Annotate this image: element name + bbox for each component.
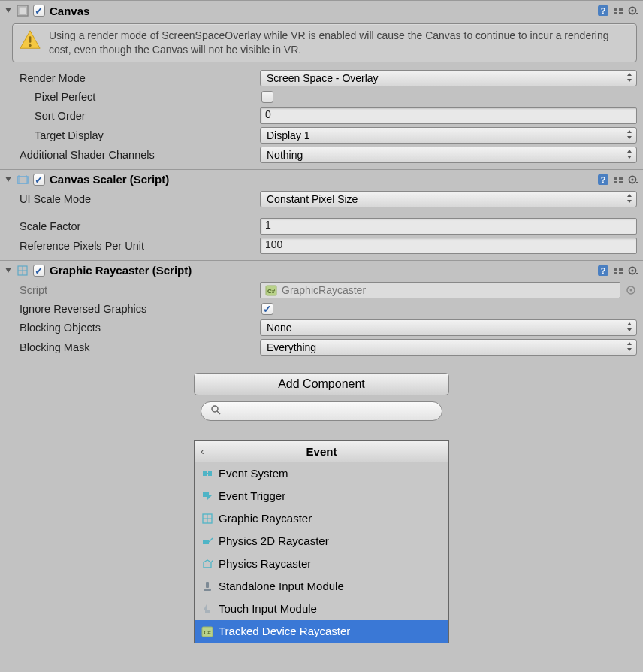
svg-line-58 (217, 411, 220, 414)
blocking-mask-label: Blocking Mask (20, 341, 260, 353)
svg-marker-56 (627, 348, 632, 351)
chevron-updown-icon (626, 341, 632, 353)
pixel-perfect-label: Pixel Perfect (35, 91, 260, 103)
graphic-raycaster-component: ✓ Graphic Raycaster (Script) ? Script C#… (0, 260, 643, 362)
ui-scale-mode-label: UI Scale Mode (20, 193, 260, 205)
svg-rect-7 (614, 12, 617, 14)
ref-pixels-input[interactable]: 100 (260, 238, 637, 254)
ignore-reversed-checkbox[interactable]: ✓ (261, 303, 273, 315)
shader-channels-label: Additional Shader Channels (20, 149, 260, 161)
ignore-reversed-label: Ignore Reversed Graphics (20, 303, 260, 315)
svg-rect-42 (614, 268, 617, 271)
chevron-updown-icon (626, 129, 632, 141)
menu-back-icon[interactable]: ‹ (201, 445, 204, 457)
svg-rect-45 (619, 272, 623, 274)
menu-item-physics2d-raycaster[interactable]: Physics 2D Raycaster (195, 530, 448, 552)
vr-warning-text: Using a render mode of ScreenSpaceOverla… (49, 29, 630, 57)
gear-icon[interactable] (626, 264, 640, 277)
render-mode-row: Render Mode Screen Space - Overlay (0, 68, 643, 88)
svg-rect-59 (203, 471, 207, 476)
preset-icon[interactable] (611, 4, 625, 17)
svg-marker-20 (627, 156, 632, 159)
scaler-enabled-checkbox[interactable]: ✓ (33, 174, 45, 186)
svg-point-57 (212, 406, 218, 412)
menu-item-event-trigger[interactable]: Event Trigger (195, 485, 448, 507)
render-mode-value: Screen Space - Overlay (267, 72, 379, 84)
scaler-title: Canvas Scaler (Script) (48, 173, 596, 186)
foldout-icon[interactable] (3, 5, 14, 16)
svg-rect-6 (619, 8, 623, 11)
svg-marker-35 (627, 200, 632, 203)
blocking-mask-row: Blocking Mask Everything (0, 338, 643, 357)
raycaster-icon (15, 263, 30, 278)
sort-order-input[interactable]: 0 (260, 107, 637, 124)
svg-line-67 (209, 538, 213, 542)
canvas-component: ✓ Canvas ? Using a render mode of Screen… (0, 0, 643, 169)
svg-rect-60 (208, 471, 212, 476)
svg-rect-29 (614, 181, 617, 183)
help-icon[interactable]: ? (596, 4, 610, 17)
chevron-updown-icon (626, 322, 632, 334)
svg-marker-21 (5, 177, 11, 182)
svg-text:C#: C# (204, 629, 211, 636)
svg-text:?: ? (601, 175, 606, 184)
gear-icon[interactable] (626, 173, 640, 186)
svg-rect-33 (636, 182, 638, 183)
svg-marker-36 (5, 268, 11, 273)
touch-input-icon (201, 602, 214, 616)
physics2d-raycaster-icon (201, 534, 214, 548)
menu-item-event-system[interactable]: Event System (195, 462, 448, 485)
raycaster-enabled-checkbox[interactable]: ✓ (33, 265, 45, 277)
preset-icon[interactable] (611, 173, 625, 186)
svg-rect-8 (619, 12, 623, 14)
gear-icon[interactable] (626, 4, 640, 17)
target-display-value: Display 1 (267, 129, 310, 141)
canvas-title: Canvas (48, 5, 596, 17)
svg-point-10 (631, 9, 633, 11)
shader-channels-value: Nothing (267, 149, 303, 161)
foldout-icon[interactable] (3, 265, 14, 276)
scaler-header: ✓ Canvas Scaler (Script) ? (0, 170, 643, 189)
menu-item-label: Tracked Device Raycaster (219, 625, 350, 637)
raycaster-title: Graphic Raycaster (Script) (48, 264, 596, 277)
target-display-dropdown[interactable]: Display 1 (260, 127, 637, 144)
menu-item-graphic-raycaster[interactable]: Graphic Raycaster (195, 507, 448, 530)
script-label: Script (20, 284, 260, 296)
help-icon[interactable]: ? (596, 173, 610, 186)
svg-rect-11 (636, 13, 638, 14)
menu-item-standalone-input[interactable]: Standalone Input Module (195, 575, 448, 598)
svg-marker-18 (627, 136, 632, 139)
svg-text:?: ? (601, 266, 606, 275)
component-search[interactable] (201, 401, 442, 421)
menu-item-label: Physics 2D Raycaster (219, 534, 329, 547)
blocking-mask-dropdown[interactable]: Everything (260, 339, 637, 356)
script-value: GraphicRaycaster (282, 284, 366, 296)
raycaster-header: ✓ Graphic Raycaster (Script) ? (0, 261, 643, 280)
svg-rect-28 (619, 177, 623, 180)
help-icon[interactable]: ? (596, 264, 610, 277)
object-picker-icon[interactable] (625, 284, 637, 296)
canvas-enabled-checkbox[interactable]: ✓ (33, 5, 45, 17)
add-component-button[interactable]: Add Component (194, 373, 449, 395)
component-search-input[interactable] (227, 404, 433, 418)
scale-factor-input[interactable]: 1 (260, 218, 637, 235)
csharp-script-icon: C# (201, 625, 214, 638)
target-display-row: Target Display Display 1 (0, 126, 643, 145)
render-mode-dropdown[interactable]: Screen Space - Overlay (260, 70, 637, 86)
menu-item-touch-input[interactable]: Touch Input Module (195, 598, 448, 620)
pixel-perfect-checkbox[interactable] (261, 91, 273, 103)
shader-channels-dropdown[interactable]: Nothing (260, 147, 637, 163)
svg-text:C#: C# (267, 288, 276, 295)
vr-warning-box: Using a render mode of ScreenSpaceOverla… (12, 23, 637, 62)
menu-item-tracked-device-raycaster[interactable]: C# Tracked Device Raycaster (195, 620, 448, 643)
svg-rect-2 (19, 7, 26, 14)
svg-rect-44 (614, 272, 617, 274)
ref-pixels-row: Reference Pixels Per Unit 100 (0, 236, 643, 256)
preset-icon[interactable] (611, 264, 625, 277)
menu-item-physics-raycaster[interactable]: Physics Raycaster (195, 552, 448, 575)
ui-scale-mode-dropdown[interactable]: Constant Pixel Size (260, 191, 637, 207)
foldout-icon[interactable] (3, 174, 14, 185)
blocking-objects-dropdown[interactable]: None (260, 319, 637, 336)
menu-item-label: Touch Input Module (219, 602, 317, 615)
standalone-input-icon (201, 580, 214, 593)
